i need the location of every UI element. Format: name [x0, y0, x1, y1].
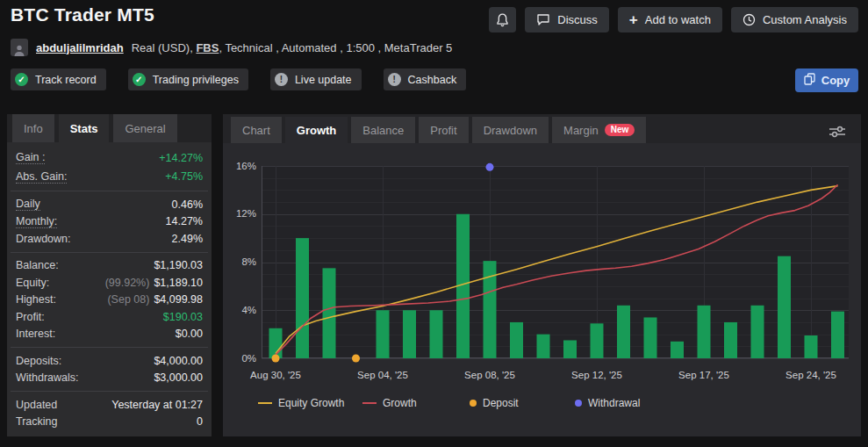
account-details-prefix: Real (USD),	[132, 41, 193, 54]
growth-bar[interactable]	[563, 340, 577, 358]
x-axis-tick: Sep 04, '25	[346, 370, 420, 380]
tab-stats[interactable]: Stats	[59, 114, 110, 142]
chart-tab-chart[interactable]: Chart	[231, 117, 282, 143]
plus-icon: +	[629, 12, 638, 27]
growth-bar[interactable]	[831, 312, 844, 358]
legend-label: Deposit	[483, 397, 519, 409]
growth-bar[interactable]	[698, 306, 711, 358]
stat-row-monthly: Monthly:14.27%	[11, 213, 208, 231]
legend-deposit[interactable]: Deposit	[470, 397, 519, 409]
custom-analysis-label: Custom Analysis	[763, 13, 847, 26]
tab-info[interactable]: Info	[12, 114, 54, 142]
stat-row-deposits: Deposits:$4,000.00	[11, 352, 208, 370]
stat-label: Withdrawals:	[16, 371, 79, 384]
stat-row-withdrawals: Withdrawals:$3,000.00	[11, 370, 208, 387]
stat-row-equity: Equity:(99.92%)$1,189.10	[11, 274, 208, 292]
stat-label: Drawdown:	[16, 233, 71, 245]
custom-analysis-button[interactable]: Custom Analysis	[731, 7, 858, 32]
withdrawal-marker[interactable]	[486, 163, 494, 171]
stat-label: Gain :	[16, 151, 45, 164]
new-badge: New	[605, 124, 635, 136]
badge-label: Track record	[35, 74, 97, 86]
stats-panel: InfoStatsGeneral Gain :+14.27%Abs. Gain:…	[7, 114, 212, 436]
growth-bar[interactable]	[323, 268, 336, 358]
tab-label: Balance	[362, 124, 404, 137]
speech-bubble-icon	[536, 13, 550, 26]
stat-value: $3,000.00	[154, 371, 203, 384]
stat-value-wrap: +14.27%	[159, 152, 203, 164]
deposit-marker[interactable]	[352, 355, 360, 363]
tab-label: Margin	[563, 124, 599, 137]
growth-bar[interactable]	[591, 323, 604, 358]
stat-group: UpdatedYesterday at 01:27Tracking0	[11, 391, 208, 430]
stat-value: $1,189.10	[154, 277, 203, 289]
exclamation-circle-icon: !	[275, 73, 288, 86]
notifications-button[interactable]	[489, 7, 516, 32]
tab-label: Growth	[297, 124, 337, 137]
stat-group: Daily0.46%Monthly:14.27%Drawdown:2.49%	[11, 191, 208, 248]
growth-bar[interactable]	[751, 306, 764, 358]
stat-row-balance: Balance:$1,190.03	[11, 257, 208, 275]
chart-tab-margin[interactable]: MarginNew	[552, 117, 646, 143]
stat-value-wrap: 14.27%	[166, 215, 203, 227]
growth-bar[interactable]	[510, 322, 523, 358]
stat-value-wrap: (99.92%)$1,189.10	[105, 277, 203, 289]
check-circle-icon: ✓	[133, 73, 146, 86]
username-link[interactable]: abduljalilmridah	[36, 41, 124, 54]
legend-growth[interactable]: Growth	[362, 397, 417, 409]
stat-label: Monthly:	[16, 215, 57, 228]
broker-link[interactable]: FBS	[196, 41, 219, 54]
stat-value-prefix: (99.92%)	[105, 277, 150, 289]
growth-bar[interactable]	[644, 317, 657, 358]
chart-tab-balance[interactable]: Balance	[351, 117, 415, 143]
check-circle-icon: ✓	[15, 73, 28, 86]
badge-live-update: !Live update	[270, 68, 362, 90]
tab-label: General	[125, 122, 165, 135]
stat-value: $1,190.03	[154, 259, 203, 271]
tab-label: Profit	[430, 124, 456, 137]
stat-label: Daily	[16, 198, 40, 211]
legend-equity-growth[interactable]: Equity Growth	[258, 397, 344, 409]
chart-tab-drawdown[interactable]: Drawdown	[472, 117, 549, 143]
stat-label: Equity:	[16, 277, 49, 289]
page-title: BTC Trader MT5	[11, 4, 154, 25]
clock-icon	[742, 13, 756, 26]
stat-label: Balance:	[16, 259, 59, 271]
growth-bar[interactable]	[671, 342, 684, 358]
legend-label: Equity Growth	[278, 397, 344, 409]
growth-bar[interactable]	[377, 310, 390, 358]
growth-bar[interactable]	[430, 310, 443, 358]
stat-value-wrap: 0.46%	[172, 198, 203, 211]
growth-bar[interactable]	[724, 322, 737, 358]
growth-bar[interactable]	[296, 238, 309, 358]
stat-value-wrap: (Sep 08)$4,099.98	[107, 293, 203, 306]
stat-value-wrap: +4.75%	[165, 170, 203, 183]
discuss-button[interactable]: Discuss	[525, 7, 609, 32]
stat-value-wrap: $190.03	[163, 311, 203, 323]
account-row: abduljalilmridah Real (USD), FBS, Techni…	[11, 39, 452, 56]
stat-group: Balance:$1,190.03Equity:(99.92%)$1,189.1…	[11, 252, 208, 343]
legend-label: Growth	[383, 397, 417, 409]
stat-value: Yesterday at 01:27	[111, 399, 203, 411]
chart-panel: ChartGrowthBalanceProfitDrawdownMarginNe…	[223, 114, 861, 436]
legend-withdrawal[interactable]: Withdrawal	[575, 397, 640, 409]
stat-value: $4,099.98	[154, 293, 203, 306]
top-actions: Discuss + Add to watch Custom Analysis	[489, 7, 858, 32]
chart-tab-growth[interactable]: Growth	[285, 117, 348, 143]
growth-bar[interactable]	[617, 306, 630, 358]
chart-tab-profit[interactable]: Profit	[419, 117, 468, 143]
growth-chart[interactable]	[262, 166, 849, 358]
stat-group: Gain :+14.27%Abs. Gain:+4.75%	[11, 148, 208, 186]
growth-bar[interactable]	[778, 256, 791, 358]
deposit-marker[interactable]	[272, 355, 280, 363]
tab-label: Info	[24, 122, 43, 135]
chart-settings-icon[interactable]	[828, 124, 847, 143]
growth-bar[interactable]	[805, 335, 818, 358]
tab-label: Drawdown	[484, 124, 537, 137]
add-to-watch-button[interactable]: + Add to watch	[618, 7, 722, 32]
copy-button[interactable]: Copy	[795, 68, 858, 92]
growth-bar[interactable]	[403, 310, 416, 358]
growth-bar[interactable]	[537, 335, 550, 358]
stat-value-wrap: $0.00	[176, 328, 203, 340]
tab-general[interactable]: General	[113, 114, 176, 142]
